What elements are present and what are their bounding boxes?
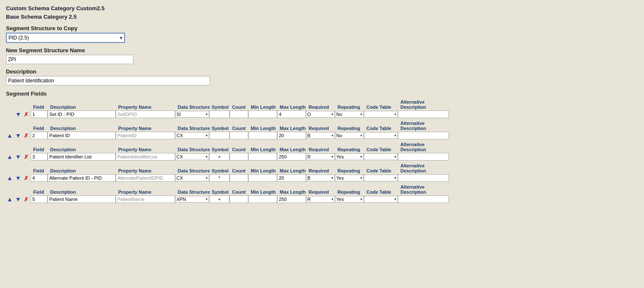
field-maxlength-input[interactable] — [277, 174, 306, 182]
description-input[interactable] — [6, 76, 210, 85]
field-number-input[interactable] — [31, 153, 48, 161]
field-number-input[interactable] — [31, 132, 48, 139]
col-header-codetable: Code Table — [365, 168, 399, 173]
col-header-count: Count — [230, 104, 249, 110]
field-number-input[interactable] — [31, 110, 48, 118]
field-symbol-input[interactable] — [209, 153, 230, 161]
delete-field-button[interactable]: ✗ — [23, 175, 29, 182]
col-header-description: Description — [48, 189, 116, 195]
field-repeating-select[interactable]: NoYes — [335, 196, 364, 203]
field-datastruct-select[interactable]: SICXXPNCENMSTTSISIDDTTMFTTXADAUICCDCCPCD… — [175, 111, 209, 118]
move-down-button[interactable]: ▼ — [14, 132, 22, 139]
field-maxlength-input[interactable] — [277, 195, 306, 203]
action-icons: ▲▼✗ — [6, 153, 31, 161]
field-altdesc-input[interactable] — [398, 110, 449, 118]
field-description-input[interactable] — [48, 174, 116, 182]
delete-field-button[interactable]: ✗ — [23, 153, 29, 161]
col-header-description: Description — [48, 168, 116, 173]
field-codetable-select[interactable]: ABC — [364, 153, 398, 160]
move-down-button[interactable]: ▼ — [14, 195, 22, 203]
field-codetable-select[interactable]: ABC — [364, 196, 398, 203]
col-header-field: Field — [31, 147, 48, 152]
field-description-input[interactable] — [48, 153, 116, 161]
field-symbol-input[interactable] — [209, 110, 230, 118]
field-symbol-input[interactable] — [209, 195, 230, 203]
field-group: Field Description Property Name Data Str… — [6, 99, 638, 118]
col-header-required: Required — [307, 168, 336, 173]
field-number-input[interactable] — [31, 174, 48, 182]
field-datastruct-select[interactable]: SICXXPNCENMSTTSISIDDTTMFTTXADAUICCDCCPCD… — [175, 132, 209, 139]
field-count-input[interactable] — [230, 153, 248, 161]
move-up-button[interactable]: ▲ — [6, 174, 14, 182]
field-maxlength-input[interactable] — [277, 153, 306, 161]
field-datastruct-select[interactable]: SICXXPNCENMSTTSISIDDTTMFTTXADAUICCDCCPCD… — [175, 153, 209, 160]
field-description-input[interactable] — [48, 195, 116, 203]
field-required-select[interactable]: OBRCX — [306, 132, 335, 139]
field-required-select[interactable]: OBRCX — [306, 153, 335, 160]
field-codetable-select[interactable]: ABC — [364, 175, 398, 181]
field-minlength-input[interactable] — [248, 153, 277, 161]
col-header-minlen: Min Length — [249, 168, 278, 173]
delete-field-button[interactable]: ✗ — [23, 196, 29, 203]
col-header-description: Description — [48, 126, 116, 131]
field-altdesc-input[interactable] — [398, 174, 449, 182]
field-propname-input[interactable] — [116, 195, 175, 203]
field-datastruct-select[interactable]: SICXXPNCENMSTTSISIDDTTMFTTXADAUICCDCCPCD… — [175, 175, 209, 181]
move-up-button[interactable]: ▲ — [6, 132, 14, 139]
move-up-button[interactable]: ▲ — [6, 195, 14, 203]
delete-field-button[interactable]: ✗ — [23, 111, 29, 118]
field-maxlength-input[interactable] — [277, 132, 306, 139]
field-repeating-select[interactable]: NoYes — [335, 111, 364, 118]
field-symbol-input[interactable] — [209, 132, 230, 139]
col-header-datastruct: Data Structure — [176, 126, 210, 131]
table-row: ▲▼✗SICXXPNCENMSTTSISIDDTTMFTTXADAUICCDCC… — [6, 195, 638, 203]
field-group: Field Description Property Name Data Str… — [6, 142, 638, 161]
field-symbol-input[interactable] — [209, 174, 230, 182]
field-propname-input[interactable] — [116, 153, 175, 161]
field-repeating-select[interactable]: NoYes — [335, 153, 364, 160]
description-label: Description — [6, 68, 638, 75]
field-repeating-select[interactable]: NoYes — [335, 132, 364, 139]
segment-structure-wrapper[interactable]: PID (2.5) MSH (2.5) PV1 (2.5) OBX (2.5) — [6, 33, 125, 43]
field-maxlength-input[interactable] — [277, 110, 306, 118]
move-down-button[interactable]: ▼ — [14, 174, 22, 182]
new-segment-name-input[interactable] — [6, 55, 133, 64]
col-header-minlen: Min Length — [249, 104, 278, 110]
field-altdesc-input[interactable] — [398, 132, 449, 139]
move-down-button[interactable]: ▼ — [14, 153, 22, 161]
col-header-symbol: Symbol — [210, 104, 230, 110]
field-altdesc-input[interactable] — [398, 153, 449, 161]
field-repeating-select[interactable]: NoYes — [335, 175, 364, 181]
field-codetable-select[interactable]: ABC — [364, 132, 398, 139]
field-description-input[interactable] — [48, 110, 116, 118]
field-datastruct-select[interactable]: SICXXPNCENMSTTSISIDDTTMFTTXADAUICCDCCPCD… — [175, 196, 209, 203]
col-header-altdesc: Alternative Description — [399, 121, 450, 131]
action-icons: ▼✗ — [6, 110, 31, 118]
field-propname-input[interactable] — [116, 132, 175, 139]
field-minlength-input[interactable] — [248, 195, 277, 203]
move-up-button[interactable]: ▲ — [6, 153, 14, 161]
field-propname-input[interactable] — [116, 174, 175, 182]
field-minlength-input[interactable] — [248, 174, 277, 182]
col-header-altdesc: Alternative Description — [399, 184, 450, 195]
field-codetable-select[interactable]: ABC — [364, 111, 398, 118]
field-minlength-input[interactable] — [248, 110, 277, 118]
field-propname-input[interactable] — [116, 110, 175, 118]
delete-field-button[interactable]: ✗ — [23, 132, 29, 139]
field-count-input[interactable] — [230, 132, 248, 139]
field-required-select[interactable]: OBRCX — [306, 196, 335, 203]
field-number-input[interactable] — [31, 195, 48, 203]
field-required-select[interactable]: OBRCX — [306, 175, 335, 181]
field-count-input[interactable] — [230, 174, 248, 182]
col-header-datastruct: Data Structure — [176, 147, 210, 152]
col-header-maxlen: Max Length — [278, 168, 307, 173]
segment-structure-select[interactable]: PID (2.5) MSH (2.5) PV1 (2.5) OBX (2.5) — [6, 33, 125, 43]
field-altdesc-input[interactable] — [398, 195, 449, 203]
field-count-input[interactable] — [230, 110, 248, 118]
col-header-maxlen: Max Length — [278, 147, 307, 152]
field-description-input[interactable] — [48, 132, 116, 139]
field-minlength-input[interactable] — [248, 132, 277, 139]
field-required-select[interactable]: OBRCX — [306, 111, 335, 118]
field-count-input[interactable] — [230, 195, 248, 203]
move-down-button[interactable]: ▼ — [14, 110, 22, 118]
